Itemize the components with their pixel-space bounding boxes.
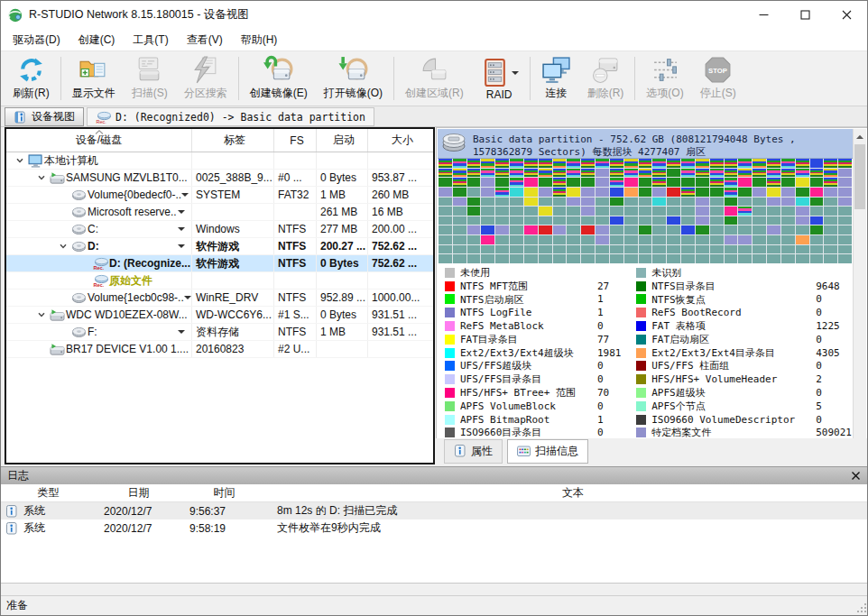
map-cell bbox=[639, 159, 652, 168]
chevron-down-icon[interactable] bbox=[33, 173, 49, 182]
dropdown-arrow-icon[interactable] bbox=[178, 227, 185, 234]
tree-row-7[interactable]: Rec.原始文件 bbox=[6, 272, 433, 290]
toolbar-button-5[interactable]: 打开镜像(O) bbox=[316, 53, 391, 104]
tree-column-header-0[interactable]: 设备/磁盘 bbox=[6, 129, 192, 152]
map-cell bbox=[439, 178, 452, 187]
map-cell bbox=[824, 245, 837, 254]
map-cell bbox=[767, 198, 780, 207]
scan-icon bbox=[134, 55, 164, 85]
r-studio-window: { "window": { "title": "R-STUDIO Network… bbox=[0, 0, 868, 616]
log-column-header-1[interactable]: 日期 bbox=[96, 485, 181, 501]
tree-row-4[interactable]: C:WindowsNTFS277 MB200.00 ... bbox=[6, 221, 433, 238]
map-cell bbox=[710, 225, 724, 234]
map-cell bbox=[639, 178, 652, 187]
tree-row-8[interactable]: Volume{1ecb0c98-..WinRE_DRVNTFS952.89 ..… bbox=[6, 290, 433, 307]
map-cell bbox=[453, 188, 466, 197]
log-row-1[interactable]: 系统2020/12/79:58:19文件枚举在9秒内完成 bbox=[1, 519, 868, 537]
main-area: 设备/磁盘标签FS启动大小 本地计算机SAMSUNG MZVLB1T0...00… bbox=[1, 127, 868, 466]
tree-column-label: FS bbox=[290, 134, 303, 147]
log-close-icon[interactable] bbox=[848, 469, 863, 483]
map-cell bbox=[652, 225, 666, 234]
panel-tab-1[interactable]: 扫描信息 bbox=[507, 439, 588, 464]
scan-scrollbar[interactable] bbox=[853, 129, 866, 462]
chevron-down-icon[interactable] bbox=[33, 310, 49, 319]
legend-color-chip bbox=[636, 335, 646, 345]
map-cell bbox=[467, 169, 481, 178]
legend-count: 0 bbox=[597, 360, 604, 372]
map-cell bbox=[667, 254, 680, 263]
tree-column-header-4[interactable]: 大小 bbox=[368, 129, 433, 152]
tree-column-label: 设备/磁盘 bbox=[76, 133, 122, 148]
tree-column-header-2[interactable]: FS bbox=[274, 129, 317, 152]
toolbar-button-11: STOP停止(S) bbox=[692, 53, 744, 104]
resize-grip[interactable] bbox=[856, 602, 867, 613]
legend-count: 0 bbox=[597, 320, 604, 332]
log-column-header-3[interactable]: 文本 bbox=[267, 485, 868, 501]
dropdown-arrow-icon[interactable] bbox=[178, 244, 185, 252]
tree-row-11[interactable]: BR17 DEVICE V1.00 1....20160823#2 U... bbox=[6, 341, 433, 358]
dropdown-arrow-icon[interactable] bbox=[178, 330, 185, 337]
toolbar-button-label: 分区搜索 bbox=[184, 86, 227, 101]
menu-item-4[interactable]: 帮助(H) bbox=[232, 30, 287, 51]
scan-legend-right-column: 未识别NTFS目录条目9648NTFS恢复点0ReFS BootRecord0F… bbox=[630, 265, 852, 461]
map-cell bbox=[681, 188, 695, 197]
close-button[interactable] bbox=[826, 1, 867, 29]
tree-row-3[interactable]: Microsoft reserve..261 MB16 MB bbox=[6, 204, 433, 221]
map-cell bbox=[539, 245, 552, 254]
legend-count: 0 bbox=[816, 334, 822, 345]
toolbar-button-7[interactable]: RAID bbox=[472, 53, 527, 104]
toolbar-button-label: 打开镜像(O) bbox=[324, 86, 383, 101]
device-tree-header: 设备/磁盘标签FS启动大小 bbox=[6, 129, 433, 152]
log-column-header-2[interactable]: 时间 bbox=[181, 485, 267, 501]
maximize-button[interactable] bbox=[784, 1, 826, 29]
minimize-button[interactable] bbox=[743, 1, 784, 29]
map-cell bbox=[553, 225, 567, 234]
legend-label: APFS超级块 bbox=[651, 386, 810, 400]
log-cell-time: 9:56:37 bbox=[181, 505, 267, 518]
tree-row-6[interactable]: Rec.D: (Recognize...软件游戏NTFS0 Bytes752.6… bbox=[6, 255, 433, 272]
scrollbar-up-icon[interactable] bbox=[854, 129, 866, 143]
toolbar-button-0[interactable]: 刷新(R) bbox=[5, 53, 58, 104]
log-column-header-0[interactable]: 类型 bbox=[1, 485, 96, 501]
menu-item-0[interactable]: 驱动器(D) bbox=[4, 30, 69, 51]
dropdown-arrow-icon[interactable] bbox=[184, 296, 191, 303]
map-cell bbox=[781, 159, 795, 168]
map-cell bbox=[681, 207, 695, 216]
map-cell bbox=[439, 225, 452, 234]
tree-row-1[interactable]: SAMSUNG MZVLB1T0...0025_388B_9...#0 ...0… bbox=[6, 170, 433, 187]
log-row-0[interactable]: 系统2020/12/79:56:378m 12s 的 D: 扫描已完成 bbox=[1, 502, 868, 519]
map-cell bbox=[539, 207, 552, 216]
tree-column-header-1[interactable]: 标签 bbox=[192, 129, 274, 152]
scrollbar-thumb[interactable] bbox=[854, 144, 865, 209]
dropdown-arrow-icon[interactable] bbox=[512, 71, 519, 78]
tree-row-9[interactable]: WDC WD10EZEX-08W...WD-WCC6Y6...#1 S...0 … bbox=[6, 307, 433, 324]
map-cell bbox=[539, 235, 552, 244]
map-cell bbox=[467, 188, 481, 197]
legend-item: UFS/FFS目录条目0 bbox=[439, 372, 630, 386]
menu-item-1[interactable]: 创建(C) bbox=[69, 30, 125, 51]
toolbar-button-4[interactable]: 创建镜像(E) bbox=[242, 53, 316, 104]
tree-row-2[interactable]: Volume{0bedecf0-..SYSTEMFAT321 MB260 MB bbox=[6, 187, 433, 204]
map-cell bbox=[481, 245, 494, 254]
map-cell bbox=[467, 198, 481, 207]
tree-row-5[interactable]: D:软件游戏NTFS200.27 ...752.62 ... bbox=[6, 238, 433, 255]
tree-row-10[interactable]: F:资料存储NTFS1 MB931.51 ... bbox=[6, 324, 433, 341]
toolbar-button-8[interactable]: 连接 bbox=[533, 53, 579, 104]
panel-tab-0[interactable]: 属性 bbox=[444, 439, 503, 464]
chevron-down-icon[interactable] bbox=[12, 156, 27, 165]
menu-item-3[interactable]: 查看(V) bbox=[178, 30, 232, 51]
map-cell bbox=[753, 216, 766, 225]
view-tab-0[interactable]: 设备视图 bbox=[5, 107, 84, 126]
legend-color-chip bbox=[636, 415, 646, 425]
menu-item-2[interactable]: 工具(T) bbox=[124, 30, 177, 51]
dropdown-arrow-icon[interactable] bbox=[178, 210, 185, 217]
view-tab-1[interactable]: Rec.D: (Recognized0) -> Basic data parti… bbox=[87, 107, 374, 126]
dropdown-arrow-icon[interactable] bbox=[181, 193, 189, 200]
map-cell bbox=[510, 198, 523, 207]
chevron-down-icon[interactable] bbox=[55, 242, 70, 251]
toolbar-button-1[interactable]: 显示文件 bbox=[64, 53, 124, 104]
map-cell bbox=[725, 216, 738, 225]
map-cell bbox=[767, 216, 780, 225]
tree-column-header-3[interactable]: 启动 bbox=[317, 129, 368, 152]
tree-row-0[interactable]: 本地计算机 bbox=[6, 152, 433, 170]
